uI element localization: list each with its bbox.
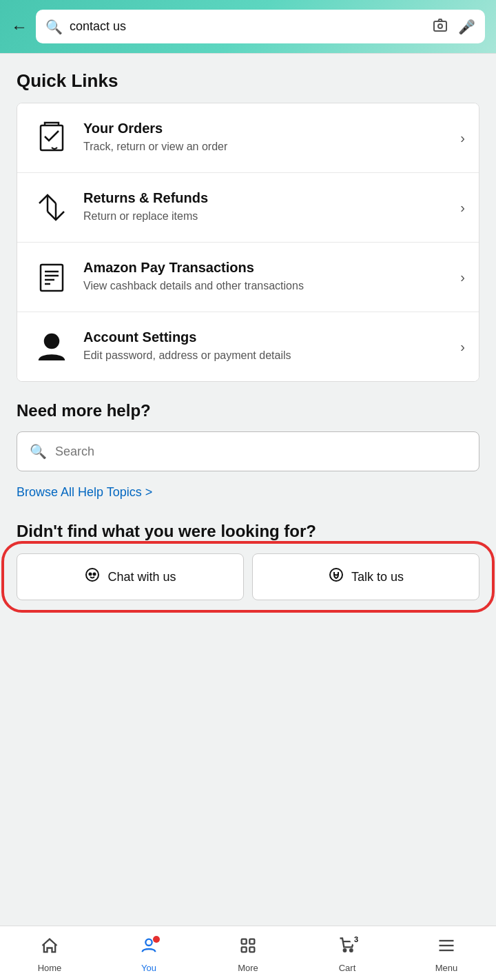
search-input[interactable] xyxy=(70,19,422,34)
quick-links-title: Quick Links xyxy=(17,70,479,92)
returns-arrow: › xyxy=(460,200,465,216)
talk-to-us-button[interactable]: Talk to us xyxy=(252,553,479,600)
svg-rect-16 xyxy=(242,939,247,944)
top-bar: ← 🔍 🎤 xyxy=(0,0,496,53)
you-icon xyxy=(139,936,158,960)
returns-icon xyxy=(31,187,72,228)
camera-icon[interactable] xyxy=(432,17,448,37)
quick-links-card: Your Orders Track, return or view an ord… xyxy=(17,103,479,382)
nav-menu[interactable]: Menu xyxy=(397,926,496,980)
nav-menu-label: Menu xyxy=(435,963,458,973)
chat-with-us-button[interactable]: Chat with us xyxy=(17,553,244,600)
home-icon xyxy=(40,936,59,960)
account-icon xyxy=(31,326,72,367)
nav-you-label: You xyxy=(141,963,156,973)
help-title: Need more help? xyxy=(17,401,479,420)
account-subtitle: Edit password, address or payment detail… xyxy=(83,348,452,363)
cart-badge: 3 xyxy=(350,933,362,946)
help-search-input[interactable] xyxy=(55,445,466,459)
orders-arrow: › xyxy=(460,130,465,146)
returns-title: Returns & Refunds xyxy=(83,190,452,206)
mic-icon[interactable]: 🎤 xyxy=(458,19,475,35)
svg-rect-17 xyxy=(249,939,254,944)
quick-link-account[interactable]: Account Settings Edit password, address … xyxy=(17,312,479,381)
nav-more-label: More xyxy=(238,963,258,973)
quick-link-pay[interactable]: Amazon Pay Transactions View cashback de… xyxy=(17,243,479,312)
nav-home[interactable]: Home xyxy=(0,926,99,980)
contact-buttons: Chat with us Talk to us xyxy=(17,553,479,600)
quick-links-section: Quick Links Your Orders Track, return or… xyxy=(0,54,496,382)
account-arrow: › xyxy=(460,339,465,355)
orders-title: Your Orders xyxy=(83,121,452,136)
nav-more[interactable]: More xyxy=(198,926,298,980)
svg-rect-5 xyxy=(41,265,63,291)
chat-label: Chat with us xyxy=(107,570,176,584)
pay-text: Amazon Pay Transactions View cashback de… xyxy=(83,260,452,294)
phone-icon xyxy=(328,566,344,587)
pay-arrow: › xyxy=(460,269,465,285)
svg-point-13 xyxy=(94,573,96,575)
svg-point-15 xyxy=(145,939,152,946)
contact-buttons-wrapper: Chat with us Talk to us xyxy=(17,553,479,600)
more-icon xyxy=(238,936,258,960)
returns-subtitle: Return or replace items xyxy=(83,209,452,224)
svg-point-20 xyxy=(344,949,347,952)
account-text: Account Settings Edit password, address … xyxy=(83,329,452,363)
svg-point-12 xyxy=(90,573,92,575)
chat-icon xyxy=(84,566,101,587)
nav-cart-label: Cart xyxy=(339,963,356,973)
orders-subtitle: Track, return or view an order xyxy=(83,139,452,154)
back-button[interactable]: ← xyxy=(11,19,28,35)
pay-subtitle: View cashback details and other transact… xyxy=(83,278,452,294)
svg-rect-0 xyxy=(434,21,446,31)
nav-home-label: Home xyxy=(38,963,62,973)
not-found-section: Didn't find what you were looking for? C… xyxy=(0,502,496,600)
svg-point-21 xyxy=(350,949,353,952)
svg-point-10 xyxy=(45,334,59,348)
svg-rect-19 xyxy=(249,947,254,952)
help-section: Need more help? 🔍 Browse All Help Topics… xyxy=(0,382,496,502)
orders-icon xyxy=(31,117,72,159)
bottom-nav: Home You More 3 xyxy=(0,926,496,980)
returns-text: Returns & Refunds Return or replace item… xyxy=(83,190,452,224)
svg-rect-18 xyxy=(242,947,247,952)
orders-text: Your Orders Track, return or view an ord… xyxy=(83,121,452,154)
pay-title: Amazon Pay Transactions xyxy=(83,260,452,276)
talk-label: Talk to us xyxy=(351,570,404,584)
quick-link-returns[interactable]: Returns & Refunds Return or replace item… xyxy=(17,173,479,243)
nav-you[interactable]: You xyxy=(99,926,198,980)
search-icon: 🔍 xyxy=(45,19,63,35)
menu-icon xyxy=(437,936,456,960)
help-search-box[interactable]: 🔍 xyxy=(17,431,479,471)
browse-all-link[interactable]: Browse All Help Topics > xyxy=(17,485,152,500)
help-search-icon: 🔍 xyxy=(30,443,47,460)
nav-cart[interactable]: 3 Cart xyxy=(298,926,397,980)
main-content: Quick Links Your Orders Track, return or… xyxy=(0,54,496,676)
quick-link-orders[interactable]: Your Orders Track, return or view an ord… xyxy=(17,103,479,173)
cart-icon: 3 xyxy=(338,936,357,960)
account-title: Account Settings xyxy=(83,329,452,345)
pay-icon xyxy=(31,256,72,298)
search-bar: 🔍 🎤 xyxy=(36,10,485,43)
svg-point-1 xyxy=(438,24,442,28)
svg-point-11 xyxy=(86,569,99,581)
not-found-title: Didn't find what you were looking for? xyxy=(17,522,479,541)
